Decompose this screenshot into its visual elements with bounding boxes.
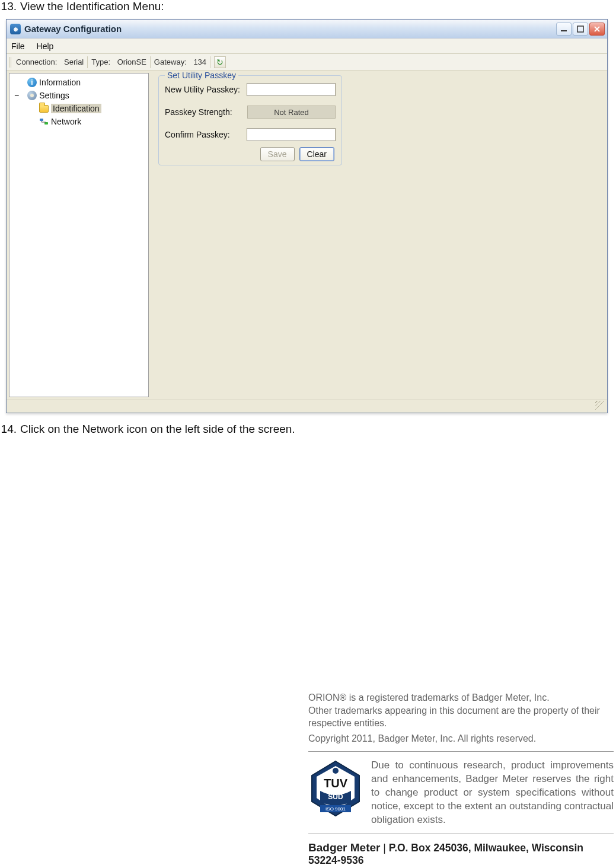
row-new-passkey: New Utility Passkey: <box>159 81 341 98</box>
footer-block: ORION® is a registered trademarks of Bad… <box>308 691 614 865</box>
toolbar-separator <box>150 56 151 68</box>
content-pane: Set Utility Passkey New Utility Passkey:… <box>151 71 607 400</box>
divider <box>308 834 614 834</box>
row-confirm-passkey: Confirm Passkey: <box>159 126 341 143</box>
tuv-logo: TUV SUD ISO 9001 <box>308 759 363 818</box>
copyright-text: Copyright 2011, Badger Meter, Inc. All r… <box>308 733 614 744</box>
gear-icon <box>27 91 37 100</box>
row-strength: Passkey Strength: Not Rated <box>159 103 341 121</box>
refresh-icon: ↻ <box>216 58 224 67</box>
label-confirm-passkey: Confirm Passkey: <box>165 130 247 139</box>
toolbar-separator <box>210 56 210 68</box>
strength-indicator: Not Rated <box>247 106 336 119</box>
network-icon <box>39 117 49 126</box>
tuv-iso-text: ISO 9001 <box>325 806 346 812</box>
info-icon: i <box>27 78 37 87</box>
menubar: File Help <box>7 39 607 54</box>
toolbar-connection-value: Serial <box>64 58 84 66</box>
menu-file[interactable]: File <box>11 42 25 51</box>
footer-brand: Badger Meter <box>308 841 380 854</box>
window-buttons <box>556 23 605 36</box>
titlebar: ⎈ Gateway Configuration <box>7 20 607 39</box>
passkey-legend: Set Utility Passkey <box>165 71 238 80</box>
toolbar-gateway-value: 134 <box>193 58 206 66</box>
tree-pane: i Information − Settings Identification … <box>9 73 149 397</box>
toolbar-separator <box>87 56 88 68</box>
step-14-text: Click on the Network icon on the left si… <box>20 423 295 436</box>
minimize-button[interactable] <box>556 23 572 36</box>
tree-item-settings[interactable]: − Settings <box>11 89 147 102</box>
tree-label-settings: Settings <box>39 91 69 100</box>
label-new-passkey: New Utility Passkey: <box>165 85 247 94</box>
close-button[interactable] <box>589 23 605 36</box>
tree-label-network: Network <box>51 117 81 126</box>
tree-label-identification: Identification <box>51 104 101 113</box>
maximize-button[interactable] <box>573 23 588 36</box>
input-confirm-passkey[interactable] <box>247 128 336 141</box>
input-new-passkey[interactable] <box>247 83 336 96</box>
toolbar: Connection: Serial Type: OrionSE Gateway… <box>7 54 607 71</box>
gateway-config-window: ⎈ Gateway Configuration File Help Connec… <box>6 19 608 413</box>
menu-help[interactable]: Help <box>37 42 54 51</box>
step-14: 14. Click on the Network icon on the lef… <box>0 423 616 442</box>
label-strength: Passkey Strength: <box>165 107 247 117</box>
refresh-button[interactable]: ↻ <box>214 56 226 68</box>
svg-rect-4 <box>40 119 43 121</box>
svg-rect-1 <box>577 26 583 32</box>
mid-row: TUV SUD ISO 9001 Due to continuous resea… <box>308 759 614 827</box>
svg-rect-5 <box>44 122 48 125</box>
resize-grip[interactable] <box>595 401 606 411</box>
tree-item-network[interactable]: Network <box>11 115 147 128</box>
app-icon: ⎈ <box>10 24 21 34</box>
titlebar-left: ⎈ Gateway Configuration <box>10 24 122 34</box>
maximize-icon <box>577 25 584 33</box>
step-13-text: View the Identification Menu: <box>20 0 164 13</box>
toolbar-type-label: Type: <box>91 58 110 66</box>
divider <box>308 751 614 752</box>
footer-contact: Badger Meter | P.O. Box 245036, Milwauke… <box>308 841 614 865</box>
save-button[interactable]: Save <box>260 147 295 161</box>
tree-item-identification[interactable]: Identification <box>11 102 147 115</box>
close-icon <box>593 25 601 33</box>
svg-rect-0 <box>561 30 567 31</box>
trademark-line-1: ORION® is a registered trademarks of Bad… <box>308 691 614 704</box>
toolbar-type-value: OrionSE <box>117 58 146 66</box>
tree-item-information[interactable]: i Information <box>11 76 147 89</box>
toolbar-connection-label: Connection: <box>16 58 57 66</box>
passkey-fieldset: Set Utility Passkey New Utility Passkey:… <box>158 75 342 165</box>
step-14-number: 14. <box>0 423 17 436</box>
toolbar-gateway-label: Gateway: <box>154 58 187 66</box>
disclaimer-text: Due to continuous research, product impr… <box>371 759 614 827</box>
step-13-number: 13. <box>0 0 17 13</box>
tuv-text: TUV <box>324 777 348 790</box>
tree-label-information: Information <box>39 78 81 87</box>
statusbar <box>7 400 607 413</box>
client-area: i Information − Settings Identification … <box>7 71 607 400</box>
tuv-sud-text: SUD <box>328 793 343 801</box>
folder-open-icon <box>39 105 49 113</box>
step-13: 13. View the Identification Menu: <box>0 0 616 19</box>
minimize-icon <box>560 25 567 33</box>
window-title: Gateway Configuration <box>24 24 122 34</box>
toolbar-grip[interactable] <box>9 57 12 68</box>
button-row: Save Clear <box>159 143 341 161</box>
trademark-line-2: Other trademarks appearing in this docum… <box>308 704 614 730</box>
collapse-icon[interactable]: − <box>14 91 19 100</box>
clear-button[interactable]: Clear <box>299 147 334 161</box>
svg-point-8 <box>333 768 339 774</box>
